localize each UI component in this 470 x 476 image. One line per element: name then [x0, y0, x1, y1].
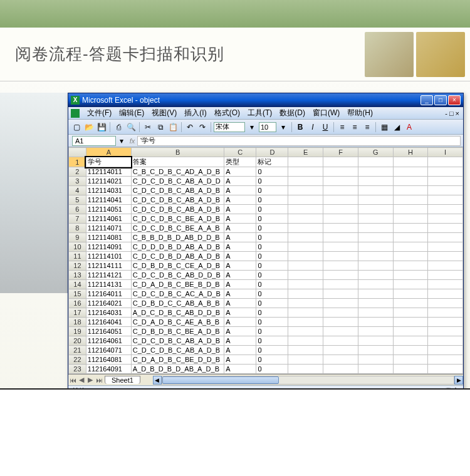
cell[interactable]: 112114051 — [86, 205, 131, 214]
tab-nav-next-icon[interactable]: ▶ — [86, 376, 95, 384]
borders-icon[interactable]: ▦ — [379, 122, 390, 133]
minimize-button[interactable]: _ — [420, 95, 433, 105]
cell[interactable] — [358, 289, 393, 299]
cell[interactable] — [358, 214, 393, 224]
cell[interactable] — [393, 261, 428, 271]
cell[interactable]: 学号 — [86, 157, 131, 167]
cell[interactable]: 112114061 — [86, 214, 131, 224]
save-icon[interactable]: 💾 — [96, 122, 107, 133]
cell[interactable]: A — [224, 308, 256, 318]
cell[interactable] — [428, 242, 463, 252]
cell[interactable] — [393, 214, 428, 224]
cell[interactable]: 0 — [256, 365, 288, 374]
cell[interactable] — [393, 327, 428, 336]
copy-icon[interactable]: ⧉ — [155, 122, 166, 133]
cell[interactable]: C_D_C_D_B_C_AB_A_D_B — [131, 195, 224, 205]
cell[interactable] — [428, 308, 463, 318]
cell[interactable]: A — [224, 252, 256, 261]
cell[interactable]: 0 — [256, 233, 288, 242]
cell[interactable]: 0 — [256, 308, 288, 318]
cell[interactable]: C_D_B_D_B_C_CE_A_D_B — [131, 261, 224, 271]
cell[interactable] — [288, 308, 323, 318]
cell[interactable] — [358, 280, 393, 289]
cell[interactable] — [393, 280, 428, 289]
cell[interactable] — [358, 195, 393, 205]
menu-window[interactable]: 窗口(W) — [309, 108, 343, 118]
col-header-F[interactable]: F — [323, 148, 358, 157]
cell[interactable]: C_D_D_D_B_D_AB_A_D_B — [131, 242, 224, 252]
cell[interactable] — [428, 318, 463, 327]
cell[interactable]: 112164091 — [86, 365, 131, 374]
menu-help[interactable]: 帮助(H) — [343, 108, 377, 118]
cell[interactable] — [358, 186, 393, 195]
cell[interactable] — [428, 214, 463, 224]
doc-close-button[interactable]: - □ × — [444, 110, 461, 117]
hscroll-right-icon[interactable]: ▶ — [454, 376, 463, 385]
cell[interactable]: 0 — [256, 195, 288, 205]
row-header[interactable]: 13 — [69, 271, 86, 280]
cell[interactable]: C_D_C_D_B_C_AB_A_D_D — [131, 177, 224, 186]
menu-file[interactable]: 文件(F) — [83, 108, 115, 118]
cell[interactable]: 0 — [256, 261, 288, 271]
italic-icon[interactable]: I — [307, 122, 318, 133]
cell[interactable] — [323, 280, 358, 289]
row-header[interactable]: 22 — [69, 355, 86, 365]
cell[interactable] — [428, 177, 463, 186]
hscroll-thumb[interactable] — [162, 376, 279, 384]
cell[interactable]: 0 — [256, 214, 288, 224]
col-header-I[interactable]: I — [428, 148, 463, 157]
undo-icon[interactable]: ↶ — [184, 122, 196, 133]
cell[interactable]: 112164021 — [86, 299, 131, 308]
cell[interactable]: C_D_C_D_B_C_AC_A_D_B — [131, 289, 224, 299]
hscroll-left-icon[interactable]: ◀ — [153, 376, 162, 385]
row-header[interactable]: 12 — [69, 261, 86, 271]
cell[interactable]: A — [224, 205, 256, 214]
cell[interactable]: A — [224, 299, 256, 308]
cell[interactable]: 112164031 — [86, 308, 131, 318]
cell[interactable] — [428, 195, 463, 205]
cell[interactable]: C_D_B_D_C_C_AB_A_B_B — [131, 299, 224, 308]
cell[interactable]: 0 — [256, 205, 288, 214]
row-header[interactable]: 5 — [69, 195, 86, 205]
cell[interactable]: A — [224, 242, 256, 252]
cell[interactable]: C_D_C_D_B_C_AB_D_D_B — [131, 271, 224, 280]
cell[interactable] — [358, 252, 393, 261]
cell[interactable]: C_B_B_D_B_D_AB_D_D_B — [131, 233, 224, 242]
cell[interactable]: C_B_C_D_B_C_AD_A_D_B — [131, 167, 224, 177]
cell[interactable] — [358, 327, 393, 336]
row-header[interactable]: 8 — [69, 224, 86, 233]
tab-nav-last-icon[interactable]: ⏭ — [95, 376, 103, 384]
cell[interactable]: 112114041 — [86, 195, 131, 205]
col-header-G[interactable]: G — [358, 148, 393, 157]
cell[interactable]: 0 — [256, 186, 288, 195]
cell[interactable] — [393, 308, 428, 318]
cell[interactable] — [358, 205, 393, 214]
cell[interactable] — [358, 242, 393, 252]
cell[interactable]: 0 — [256, 242, 288, 252]
cell[interactable] — [288, 214, 323, 224]
row-header[interactable]: 3 — [69, 177, 86, 186]
cell[interactable]: 0 — [256, 346, 288, 355]
size-dropdown-icon[interactable]: ▾ — [278, 122, 289, 133]
cell[interactable]: 0 — [256, 271, 288, 280]
cell[interactable] — [323, 233, 358, 242]
row-header[interactable]: 10 — [69, 242, 86, 252]
cell[interactable]: 112114011 — [86, 167, 131, 177]
align-center-icon[interactable]: ≡ — [349, 122, 360, 133]
cell[interactable] — [428, 280, 463, 289]
cell[interactable] — [323, 355, 358, 365]
cell[interactable]: 类型 — [224, 157, 256, 167]
row-header[interactable]: 15 — [69, 289, 86, 299]
bold-icon[interactable]: B — [295, 122, 306, 133]
cell[interactable] — [288, 289, 323, 299]
cell[interactable]: A — [224, 318, 256, 327]
cell[interactable] — [393, 289, 428, 299]
cell[interactable] — [358, 167, 393, 177]
cell[interactable] — [323, 299, 358, 308]
cell[interactable] — [358, 355, 393, 365]
font-dropdown-icon[interactable]: ▾ — [246, 122, 258, 133]
cell[interactable]: 0 — [256, 327, 288, 336]
cell[interactable] — [288, 299, 323, 308]
col-header-H[interactable]: H — [393, 148, 428, 157]
col-header-A[interactable]: A — [86, 148, 131, 157]
